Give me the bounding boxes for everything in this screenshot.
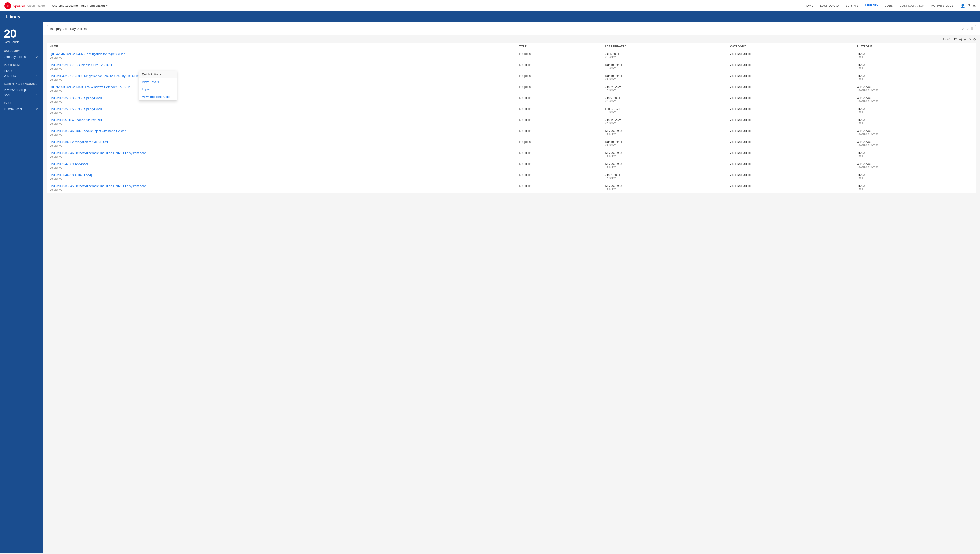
cell-type-6: Detection: [516, 116, 602, 127]
script-type-7: Detection: [519, 129, 532, 132]
sidebar-section-scripting: SCRIPTING LANGUAGE: [4, 83, 39, 85]
sidebar-lang-powershell[interactable]: PowerShell-Script 10: [4, 87, 39, 92]
sidebar-platform-linux[interactable]: LINUX 10: [4, 68, 39, 73]
script-name-link-4[interactable]: CVE-2022-22963,22965 Spring4Shell: [50, 96, 514, 100]
cell-name-11: CVE-2021-44228,45046 Log4j Version v1: [47, 171, 516, 182]
script-name-link-8[interactable]: CVE-2023-34362 Mitigation for MOVEit-v1: [50, 140, 514, 144]
cell-name-4: CVE-2022-22963,22965 Spring4Shell Versio…: [47, 94, 516, 105]
context-menu-header: Quick Actions: [139, 71, 177, 78]
cell-date-1: Mar 19, 2024 11:00 AM: [602, 61, 727, 72]
script-time-4: 07:00 AM: [605, 100, 724, 102]
help-icon[interactable]: ?: [968, 3, 970, 8]
cell-category-7: Zero Day Utilities: [727, 127, 854, 138]
script-time-12: 10:17 PM: [605, 188, 724, 190]
script-name-link-1[interactable]: CVE-2022-21587 E-Business Suite 12.2.3-1…: [50, 63, 514, 67]
script-date-10: Nov 20, 2023: [605, 162, 724, 166]
cell-type-7: Detection: [516, 127, 602, 138]
cell-date-7: Nov 20, 2023 10:17 PM: [602, 127, 727, 138]
pagination-next-button[interactable]: ▶: [964, 37, 966, 41]
nav-dashboard[interactable]: DASHBOARD: [817, 1, 842, 11]
script-date-1: Mar 19, 2024: [605, 63, 724, 67]
product-dropdown-icon[interactable]: ▼: [106, 4, 108, 7]
content-area: ✕ ? ☰ 1 - 20 of 20 ◀ ▶ ↻ ⚙: [43, 22, 980, 553]
script-name-link-6[interactable]: CVE-2023-50164 Apache Struts2 RCE: [50, 118, 514, 122]
sidebar-platform-windows-name[interactable]: WINDOWS: [4, 75, 18, 78]
script-platform-12: LINUX: [857, 184, 973, 188]
script-name-link-12[interactable]: CVE-2023-38545 Detect vulnerable libcurl…: [50, 184, 514, 188]
sidebar-platform-linux-name[interactable]: LINUX: [4, 69, 12, 72]
sidebar-category-name[interactable]: Zero Day Utilities: [4, 55, 25, 59]
search-input[interactable]: [49, 27, 960, 30]
cell-date-11: Jan 2, 2024 12:30 PM: [602, 171, 727, 182]
cell-category-11: Zero Day Utilities: [727, 171, 854, 182]
nav-configuration[interactable]: CONFIGURATION: [897, 1, 927, 11]
nav-home[interactable]: HOME: [802, 1, 816, 11]
script-name-link-5[interactable]: CVE-2022-22965,22963 Spring4Shell: [50, 107, 514, 111]
mail-icon[interactable]: ✉: [973, 3, 976, 8]
script-type-12: Detection: [519, 184, 532, 188]
table-row: CVE-2023-50164 Apache Struts2 RCE Versio…: [47, 116, 976, 127]
search-filter-button[interactable]: ☰: [970, 27, 974, 30]
script-name-link-10[interactable]: CVE-2022-42889 Text4shell: [50, 162, 514, 166]
script-category-2: Zero Day Utilities: [730, 74, 752, 78]
search-help-button[interactable]: ?: [967, 27, 969, 30]
settings-button[interactable]: ⚙: [973, 37, 976, 41]
nav-icon-buttons: 👤 ? ✉: [960, 3, 976, 8]
cell-type-2: Response: [516, 72, 602, 83]
table-area: 1 - 20 of 20 ◀ ▶ ↻ ⚙ NAME TYPE LAST UPDA…: [43, 35, 980, 553]
context-menu-view-details[interactable]: View Details: [139, 78, 177, 86]
script-platform-10: WINDOWS: [857, 162, 973, 166]
script-platform-9: LINUX: [857, 151, 973, 154]
script-name-link-0[interactable]: QID 42046 CVE-2024-6387 Mitigation for r…: [50, 52, 514, 56]
sidebar-type-custom[interactable]: Custom Script 20: [4, 107, 39, 112]
script-platform-sub-11: Shell: [857, 177, 973, 180]
sidebar-lang-shell-name[interactable]: Shell: [4, 94, 10, 97]
script-time-3: 12:30 AM: [605, 89, 724, 91]
sidebar-category-zero-day[interactable]: Zero Day Utilities 20: [4, 54, 39, 60]
nav-activity-logs[interactable]: ACTIVITY LOGS: [928, 1, 956, 11]
cell-type-3: Response: [516, 83, 602, 94]
script-platform-sub-10: PowerShell-Script: [857, 166, 973, 169]
script-category-9: Zero Day Utilities: [730, 151, 752, 154]
script-type-2: Response: [519, 74, 532, 78]
sidebar-lang-powershell-name[interactable]: PowerShell-Script: [4, 88, 27, 92]
cell-date-2: Mar 19, 2024 03:30 AM: [602, 72, 727, 83]
cell-platform-7: WINDOWS PowerShell-Script: [854, 127, 976, 138]
script-category-5: Zero Day Utilities: [730, 107, 752, 110]
cell-name-8: CVE-2023-34362 Mitigation for MOVEit-v1 …: [47, 138, 516, 149]
pagination-prev-button[interactable]: ◀: [959, 37, 962, 41]
sidebar-lang-shell[interactable]: Shell 10: [4, 92, 39, 98]
sidebar-platform-windows[interactable]: WINDOWS 10: [4, 73, 39, 79]
script-name-link-3[interactable]: QID 92053 CVE-2023-38175 Windows Defende…: [50, 85, 514, 89]
product-name-selector[interactable]: Custom Assessment and Remediation ▼: [52, 4, 108, 7]
script-platform-sub-1: Shell: [857, 67, 973, 69]
cell-date-0: Jul 1, 2024 01:00 PM: [602, 50, 727, 61]
nav-scripts[interactable]: SCRIPTS: [843, 1, 861, 11]
script-version-1: Version v1: [50, 67, 514, 70]
script-version-8: Version v1: [50, 144, 514, 147]
script-category-4: Zero Day Utilities: [730, 96, 752, 100]
script-version-2: Version v1: [50, 78, 514, 81]
cell-type-5: Detection: [516, 105, 602, 116]
sidebar-type-custom-name[interactable]: Custom Script: [4, 107, 22, 111]
script-type-10: Detection: [519, 162, 532, 166]
script-name-link-2[interactable]: CVE-2024-23897,23898 Mitigation for Jenk…: [50, 74, 514, 78]
script-platform-1: LINUX: [857, 63, 973, 67]
script-name-link-7[interactable]: CVE-2023-38546 CURL cookie inject with n…: [50, 129, 514, 133]
search-clear-button[interactable]: ✕: [962, 27, 965, 30]
context-menu-import[interactable]: Import: [139, 86, 177, 93]
refresh-button[interactable]: ↻: [968, 37, 971, 41]
cell-name-7: CVE-2023-38546 CURL cookie inject with n…: [47, 127, 516, 138]
script-name-link-11[interactable]: CVE-2021-44228,45046 Log4j: [50, 173, 514, 177]
table-row: CVE-2023-38545 Detect vulnerable libcurl…: [47, 182, 976, 193]
cell-category-8: Zero Day Utilities: [727, 138, 854, 149]
nav-library[interactable]: LIBRARY: [862, 0, 881, 11]
nav-jobs[interactable]: JOBS: [882, 1, 896, 11]
context-menu-view-imported[interactable]: View Imported Scripts: [139, 93, 177, 100]
cell-platform-10: WINDOWS PowerShell-Script: [854, 160, 976, 171]
user-icon[interactable]: 👤: [960, 3, 965, 8]
context-menu: Quick Actions View Details Import View I…: [139, 70, 177, 101]
script-name-link-9[interactable]: CVE-2023-38546 Detect vulnerable libcurl…: [50, 151, 514, 155]
scripts-table: NAME TYPE LAST UPDATED CATEGORY PLATFORM…: [47, 43, 976, 193]
cell-name-5: CVE-2022-22965,22963 Spring4Shell Versio…: [47, 105, 516, 116]
